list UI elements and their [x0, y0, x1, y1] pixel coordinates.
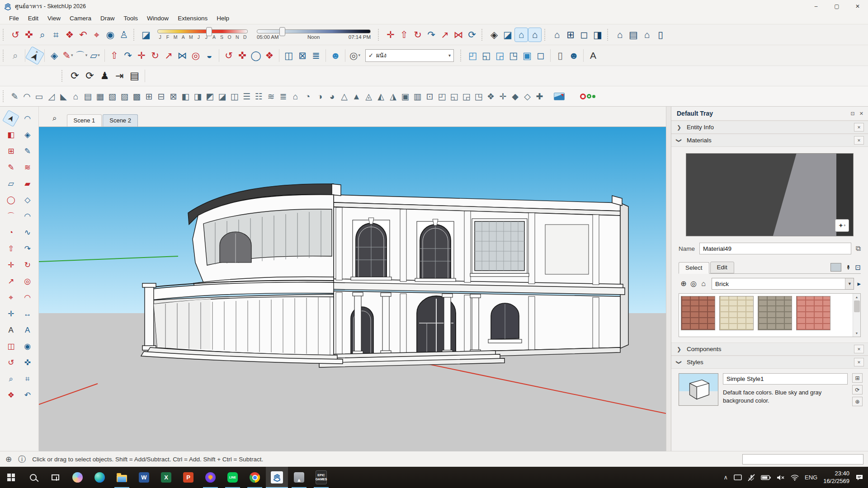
- pan-icon[interactable]: ✜: [21, 356, 34, 369]
- push-pull-icon[interactable]: ⇧: [397, 28, 411, 42]
- scene-tab-1[interactable]: Scene 1: [67, 114, 102, 127]
- toolbar-grip[interactable]: [133, 29, 136, 41]
- menu-window[interactable]: Window: [142, 13, 173, 24]
- orbit-icon[interactable]: ↺: [5, 356, 17, 369]
- model-canvas[interactable]: [39, 127, 666, 451]
- plugin-tool-icon[interactable]: ⊡: [424, 89, 436, 103]
- look-around-icon[interactable]: ◉: [21, 340, 34, 352]
- offset-icon[interactable]: ◎: [21, 275, 34, 287]
- plugin-tool-icon[interactable]: ◑: [314, 89, 326, 103]
- dropdown-caret[interactable]: ▾: [358, 53, 360, 57]
- plugin-tool-icon[interactable]: ◳: [472, 89, 485, 103]
- eraser-icon[interactable]: ◈: [47, 48, 61, 63]
- time-slider-knob[interactable]: [279, 27, 285, 36]
- word-app[interactable]: W: [133, 467, 155, 488]
- previous-view-icon[interactable]: ↶: [21, 389, 34, 401]
- move-icon[interactable]: ✛: [5, 258, 17, 271]
- geolocation-icon[interactable]: ⊕: [5, 455, 12, 464]
- plugin-tool-icon[interactable]: ▨: [118, 89, 131, 103]
- material-swatch-brick-gray[interactable]: [758, 296, 792, 330]
- copy-rotate-icon[interactable]: ◳: [507, 48, 520, 63]
- plugin-tool-icon[interactable]: ◲: [460, 89, 472, 103]
- photos-app[interactable]: ▲: [288, 467, 310, 488]
- tab-select[interactable]: Select: [679, 262, 709, 274]
- plugin-tool-icon[interactable]: ◕: [326, 89, 338, 103]
- line-app[interactable]: LINE: [222, 467, 244, 488]
- paint-bucket-icon[interactable]: ◒: [203, 48, 216, 63]
- plugin-tool-icon[interactable]: ☷: [253, 89, 265, 103]
- section-cuts-icon[interactable]: ⊠: [296, 48, 309, 63]
- zoom-window-icon[interactable]: ⌗: [21, 372, 34, 385]
- new-file-icon[interactable]: ▯: [553, 48, 567, 63]
- iso-view-icon[interactable]: ⌂: [550, 28, 564, 42]
- zoom-extents-icon[interactable]: ❖: [263, 48, 276, 63]
- plugin-tool-icon[interactable]: ▭: [33, 89, 45, 103]
- zoom-icon[interactable]: ⌕: [36, 28, 49, 42]
- menu-edit[interactable]: Edit: [24, 13, 43, 24]
- explorer-app[interactable]: [111, 467, 133, 488]
- position-camera-icon[interactable]: ⌖: [90, 28, 104, 42]
- right-view-icon[interactable]: ◨: [591, 28, 604, 42]
- eraser-icon[interactable]: ◈: [21, 128, 34, 141]
- chevron-down-icon[interactable]: ❯: [676, 133, 682, 148]
- plugin-tool-icon[interactable]: ▧: [106, 89, 118, 103]
- chevron-down-icon[interactable]: ▼: [845, 278, 854, 289]
- plugin-tool-icon[interactable]: ≋: [265, 89, 277, 103]
- rectangle-icon[interactable]: ▱: [5, 177, 17, 190]
- lasso-icon[interactable]: ◠: [21, 112, 34, 125]
- scroll-down-icon[interactable]: ▼: [855, 330, 859, 337]
- generate-texture-button[interactable]: ✦+: [835, 219, 849, 232]
- pencil-icon[interactable]: ✎: [21, 145, 34, 157]
- toolbar-grip[interactable]: [3, 29, 5, 41]
- orbit-icon[interactable]: ↺: [9, 28, 22, 42]
- plugin-tool-icon[interactable]: ◇: [521, 89, 533, 103]
- zoom-icon[interactable]: ◯: [249, 48, 263, 63]
- material-swatch-brick-cream[interactable]: [719, 296, 754, 330]
- axes-icon[interactable]: ✛: [5, 307, 17, 320]
- plugin-tool-icon[interactable]: ⌂: [289, 89, 302, 103]
- menu-view[interactable]: View: [43, 13, 65, 24]
- offset-icon[interactable]: ◎: [189, 48, 203, 63]
- axes-icon[interactable]: ◈: [487, 28, 501, 42]
- plugin-tool-icon[interactable]: ✛: [497, 89, 509, 103]
- shield-app[interactable]: [199, 467, 222, 488]
- plugin-tool-icon[interactable]: ✚: [533, 89, 546, 103]
- chevron-down-icon[interactable]: ❯: [676, 355, 682, 370]
- mic-muted-icon[interactable]: [748, 474, 755, 481]
- panel-splitter[interactable]: [666, 107, 671, 451]
- in-model-icon[interactable]: ⌂: [698, 279, 708, 289]
- toolbar-grip[interactable]: [378, 29, 381, 41]
- section-components[interactable]: ❯ Components ✕: [671, 343, 868, 356]
- previous-view-icon[interactable]: ↶: [76, 28, 90, 42]
- measurements-input[interactable]: [742, 454, 863, 465]
- minimize-button[interactable]: –: [806, 0, 826, 13]
- plugin-tool-icon[interactable]: ▦: [94, 89, 106, 103]
- rotate-icon[interactable]: ↻: [411, 28, 425, 42]
- window-pane-icon[interactable]: ▤: [627, 28, 640, 42]
- copy-along-icon[interactable]: ◲: [493, 48, 507, 63]
- flip-icon[interactable]: ⋈: [452, 28, 465, 42]
- plugin-tool-icon[interactable]: ◰: [436, 89, 448, 103]
- sample-paint-icon[interactable]: ◎: [689, 279, 698, 289]
- redo-icon[interactable]: ⟳: [82, 69, 97, 83]
- dropdown-caret[interactable]: ▾: [98, 53, 100, 57]
- plugin-tool-icon[interactable]: ▥: [411, 89, 424, 103]
- paint-icon[interactable]: ◧: [5, 128, 17, 141]
- shadow-toggle-icon[interactable]: ◪: [139, 28, 153, 42]
- monochrome-icon[interactable]: ⌂: [528, 28, 542, 42]
- scale-icon[interactable]: ↗: [438, 28, 452, 42]
- back-edges-icon[interactable]: ⌂: [514, 28, 528, 42]
- update-style-button[interactable]: ⟳: [852, 385, 863, 394]
- dropdown-caret[interactable]: ▾: [85, 53, 88, 57]
- top-view-icon[interactable]: ⊞: [564, 28, 577, 42]
- material-name-input[interactable]: [699, 243, 851, 254]
- search-button[interactable]: [22, 467, 44, 488]
- zoom-icon[interactable]: ⌕: [5, 372, 17, 385]
- plugin-tool-icon[interactable]: ✎: [9, 89, 21, 103]
- plugin-tool-icon[interactable]: ◔: [302, 89, 314, 103]
- battery-icon[interactable]: [761, 475, 771, 480]
- component-icon[interactable]: ⌂: [613, 28, 627, 42]
- menu-extensions[interactable]: Extensions: [173, 13, 212, 24]
- follow-me-icon[interactable]: ↷: [425, 28, 438, 42]
- date-slider-knob[interactable]: [206, 27, 212, 36]
